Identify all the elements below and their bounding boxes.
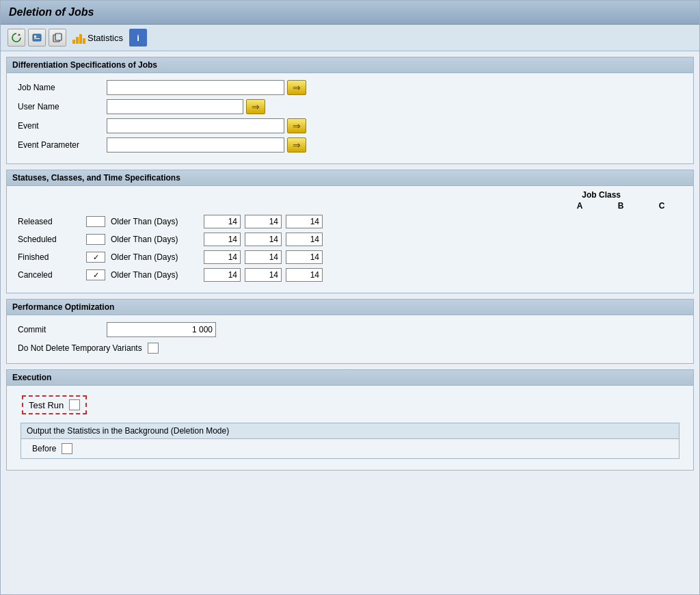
released-days-b[interactable] [245, 215, 282, 228]
section-statuses-header: Statuses, Classes, and Time Specificatio… [7, 170, 693, 186]
finished-days-a[interactable] [204, 250, 241, 264]
released-inputs [200, 215, 323, 228]
canceled-inputs [200, 268, 323, 282]
event-row: Event [18, 118, 682, 133]
status-table: Job Class A B C Released Older Than (Day… [7, 186, 693, 293]
canceled-checkbox[interactable]: ✓ [86, 269, 105, 280]
finished-row: Finished ✓ Older Than (Days) [18, 250, 682, 264]
main-content: Differentiation Specifications of Jobs J… [1, 51, 699, 476]
user-name-label: User Name [18, 102, 107, 111]
svg-rect-3 [34, 38, 40, 39]
test-run-border: Test Run [22, 395, 87, 414]
section-performance-header: Performance Optimization [7, 300, 693, 315]
section-performance: Performance Optimization Commit Do Not D… [6, 299, 694, 364]
toolbar: Statistics i [1, 25, 699, 51]
svg-rect-2 [34, 36, 36, 38]
job-class-title: Job Class [582, 190, 621, 200]
user-name-input[interactable] [107, 99, 243, 114]
output-stats-header: Output the Statistics in the Background … [21, 423, 679, 439]
scheduled-days-b[interactable] [245, 233, 282, 246]
scheduled-older-than: Older Than (Days) [111, 235, 200, 244]
test-run-area: Test Run [18, 393, 682, 417]
col-b-label: B [600, 201, 641, 211]
user-name-row: User Name [18, 99, 682, 114]
col-c-label: C [641, 201, 682, 211]
commit-input[interactable] [107, 322, 216, 337]
released-days-a[interactable] [204, 215, 241, 228]
before-row: Before [32, 443, 668, 454]
before-label: Before [32, 444, 56, 453]
section-differentiation-header: Differentiation Specifications of Jobs [7, 57, 693, 73]
event-label: Event [18, 121, 107, 131]
col-a-label: A [559, 201, 600, 211]
scheduled-inputs [200, 233, 323, 246]
svg-rect-1 [33, 34, 41, 41]
section-differentiation: Differentiation Specifications of Jobs J… [6, 57, 694, 164]
section-statuses: Statuses, Classes, and Time Specificatio… [6, 170, 694, 293]
output-stats-body: Before [21, 439, 679, 458]
refresh-button[interactable] [8, 29, 25, 47]
statistics-label: Statistics [88, 33, 123, 43]
svg-marker-0 [18, 34, 21, 36]
job-name-row: Job Name [18, 80, 682, 95]
scheduled-label: Scheduled [18, 235, 86, 244]
finished-days-c[interactable] [286, 250, 323, 264]
canceled-days-b[interactable] [245, 268, 282, 282]
event-param-nav-button[interactable] [287, 137, 306, 153]
commit-label: Commit [18, 325, 107, 334]
canceled-older-than: Older Than (Days) [111, 270, 200, 280]
copy-button[interactable] [49, 29, 66, 47]
released-older-than: Older Than (Days) [111, 217, 200, 226]
jobs-button[interactable] [28, 29, 46, 47]
released-row: Released Older Than (Days) [18, 215, 682, 228]
svg-rect-5 [55, 34, 62, 40]
scheduled-days-c[interactable] [286, 233, 323, 246]
output-stats-section: Output the Statistics in the Background … [21, 423, 679, 459]
section-execution-header: Execution [7, 370, 693, 386]
event-nav-button[interactable] [287, 118, 306, 133]
released-checkbox[interactable] [86, 216, 105, 227]
canceled-days-c[interactable] [286, 268, 323, 282]
canceled-row: Canceled ✓ Older Than (Days) [18, 268, 682, 282]
released-days-c[interactable] [286, 215, 323, 228]
section-execution: Execution Test Run Output the Statistics… [6, 369, 694, 471]
info-button[interactable]: i [129, 29, 147, 47]
section-differentiation-body: Job Name User Name Event [7, 73, 693, 163]
finished-older-than: Older Than (Days) [111, 252, 200, 262]
section-performance-body: Commit Do Not Delete Temporary Variants [7, 315, 693, 363]
statistics-icon [72, 31, 85, 44]
section-execution-body: Test Run Output the Statistics in the Ba… [7, 386, 693, 470]
user-name-nav-button[interactable] [246, 99, 265, 114]
no-delete-row: Do Not Delete Temporary Variants [18, 343, 682, 354]
event-param-label: Event Parameter [18, 140, 107, 150]
test-run-label: Test Run [29, 400, 64, 410]
page-title: Deletion of Jobs [9, 6, 691, 18]
event-param-row: Event Parameter [18, 137, 682, 153]
canceled-days-a[interactable] [204, 268, 241, 282]
no-delete-checkbox[interactable] [148, 343, 159, 354]
no-delete-label: Do Not Delete Temporary Variants [18, 343, 142, 353]
scheduled-days-a[interactable] [204, 233, 241, 246]
event-input[interactable] [107, 118, 284, 133]
title-bar: Deletion of Jobs [1, 1, 699, 25]
event-param-input[interactable] [107, 137, 284, 153]
finished-label: Finished [18, 252, 86, 262]
job-name-input[interactable] [107, 80, 284, 95]
scheduled-checkbox[interactable] [86, 234, 105, 245]
commit-row: Commit [18, 322, 682, 337]
main-window: Deletion of Jobs [0, 0, 700, 595]
job-name-label: Job Name [18, 83, 107, 92]
canceled-label: Canceled [18, 270, 86, 280]
scheduled-row: Scheduled Older Than (Days) [18, 233, 682, 246]
finished-inputs [200, 250, 323, 264]
statistics-button[interactable]: Statistics [69, 29, 126, 46]
finished-checkbox[interactable]: ✓ [86, 252, 105, 263]
test-run-checkbox[interactable] [69, 399, 80, 410]
released-label: Released [18, 217, 86, 226]
finished-days-b[interactable] [245, 250, 282, 264]
job-name-nav-button[interactable] [287, 80, 306, 95]
before-checkbox[interactable] [62, 443, 72, 454]
